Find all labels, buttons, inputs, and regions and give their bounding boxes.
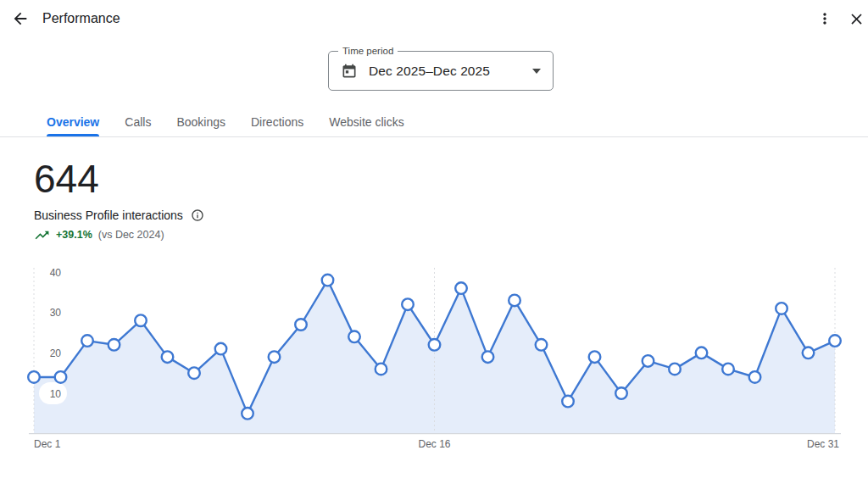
- tab-website-clicks[interactable]: Website clicks: [316, 109, 416, 136]
- data-point-dec-19[interactable]: [509, 295, 520, 307]
- data-point-dec-3[interactable]: [81, 335, 93, 347]
- x-axis-tick-label: Dec 16: [418, 438, 450, 450]
- data-point-dec-4[interactable]: [108, 339, 120, 351]
- data-point-dec-7[interactable]: [188, 367, 200, 379]
- tab-bar: Overview Calls Bookings Directions Websi…: [34, 109, 417, 136]
- data-point-dec-5[interactable]: [135, 314, 147, 326]
- x-axis-tick-label: Dec 1: [34, 438, 61, 450]
- time-period-select[interactable]: Time period Dec 2025–Dec 2025: [328, 51, 554, 91]
- arrow-back-icon: [11, 9, 30, 28]
- tabs-divider: [0, 136, 868, 137]
- back-button[interactable]: [8, 7, 32, 31]
- data-point-dec-13[interactable]: [348, 331, 360, 342]
- data-point-dec-28[interactable]: [749, 371, 761, 383]
- data-point-dec-24[interactable]: [643, 355, 654, 367]
- data-point-dec-14[interactable]: [376, 364, 387, 375]
- data-point-dec-9[interactable]: [242, 408, 253, 420]
- data-point-dec-20[interactable]: [536, 339, 548, 351]
- more-options-button[interactable]: [813, 7, 837, 31]
- data-point-dec-31[interactable]: [829, 335, 841, 347]
- tab-overview[interactable]: Overview: [34, 109, 112, 136]
- trend-comparison-note: (vs Dec 2024): [98, 229, 164, 241]
- dropdown-caret-icon: [532, 69, 541, 74]
- data-point-dec-15[interactable]: [402, 298, 414, 310]
- tab-directions[interactable]: Directions: [238, 109, 316, 136]
- data-point-dec-22[interactable]: [589, 351, 601, 363]
- data-point-dec-30[interactable]: [803, 347, 815, 359]
- y-axis-tick-label: 30: [50, 307, 62, 319]
- data-point-dec-29[interactable]: [776, 303, 787, 314]
- close-icon: [848, 10, 865, 28]
- chart-svg: 10203040Dec 1Dec 16Dec 31: [0, 254, 868, 458]
- y-axis-tick-label: 40: [50, 267, 62, 279]
- page-title: Performance: [42, 11, 120, 26]
- data-point-dec-17[interactable]: [455, 282, 467, 294]
- data-point-dec-10[interactable]: [269, 351, 281, 363]
- data-point-dec-27[interactable]: [722, 364, 734, 375]
- y-axis-tick-label: 20: [50, 347, 62, 359]
- time-period-label: Time period: [338, 45, 398, 58]
- interactions-chart[interactable]: 10203040Dec 1Dec 16Dec 31: [0, 254, 868, 458]
- metric-total: 644: [34, 158, 99, 200]
- data-point-dec-25[interactable]: [669, 364, 681, 375]
- data-point-dec-6[interactable]: [162, 351, 174, 363]
- time-period-value: Dec 2025–Dec 2025: [369, 64, 490, 79]
- trend-percentage: +39.1%: [56, 229, 92, 241]
- tab-calls[interactable]: Calls: [112, 109, 164, 136]
- data-point-dec-16[interactable]: [429, 339, 441, 351]
- data-point-dec-8[interactable]: [215, 343, 227, 355]
- x-axis-tick-label: Dec 31: [807, 438, 839, 450]
- data-point-dec-18[interactable]: [482, 351, 494, 363]
- data-point-dec-12[interactable]: [322, 275, 334, 286]
- header: Performance: [0, 0, 868, 37]
- data-point-dec-11[interactable]: [295, 319, 307, 331]
- data-point-dec-21[interactable]: [562, 396, 574, 408]
- y-axis-tick-label: 10: [50, 388, 62, 400]
- trending-up-icon: [34, 227, 50, 243]
- info-icon[interactable]: [191, 208, 204, 222]
- data-point-dec-26[interactable]: [696, 347, 708, 359]
- tab-bookings[interactable]: Bookings: [164, 109, 238, 136]
- close-button[interactable]: [844, 7, 868, 31]
- data-point-dec-2[interactable]: [55, 371, 67, 383]
- data-point-dec-1[interactable]: [28, 371, 40, 383]
- data-point-dec-23[interactable]: [615, 387, 627, 399]
- calendar-icon: [341, 63, 358, 80]
- metric-label: Business Profile interactions: [34, 208, 183, 222]
- more-vert-icon: [816, 10, 833, 27]
